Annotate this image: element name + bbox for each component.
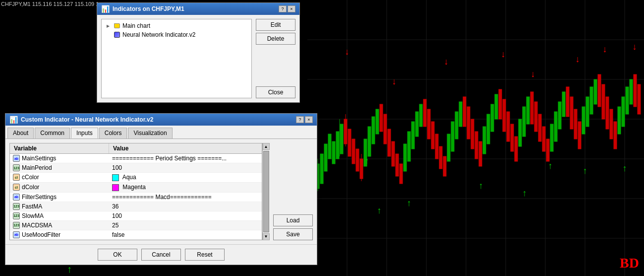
- table-row[interactable]: 123 SlowMA 100: [10, 211, 262, 221]
- table-row[interactable]: cl cColor Aqua: [10, 173, 262, 183]
- val-cell[interactable]: 36: [109, 202, 262, 211]
- custom-help-button[interactable]: ?: [296, 116, 304, 123]
- svg-rect-82: [578, 122, 581, 149]
- scroll-down-button[interactable]: ▼: [263, 233, 270, 240]
- svg-text:↑: ↑: [365, 156, 369, 166]
- svg-rect-46: [435, 134, 438, 159]
- svg-rect-17: [320, 154, 323, 184]
- scroll-up-button[interactable]: ▲: [263, 143, 270, 150]
- table-wrapper: Variable Value ab MainSettings =========…: [9, 143, 269, 240]
- svg-rect-20: [332, 141, 335, 164]
- save-button[interactable]: Save: [273, 228, 313, 240]
- indicators-help-button[interactable]: ?: [279, 5, 287, 12]
- table-row[interactable]: ab UseMoodFilter false: [10, 230, 262, 240]
- svg-rect-84: [586, 97, 589, 127]
- svg-rect-66: [515, 137, 518, 161]
- indicators-close-x-button[interactable]: ×: [288, 5, 295, 12]
- svg-text:↑: ↑: [523, 188, 527, 198]
- close-button[interactable]: Close: [256, 86, 295, 98]
- custom-indicator-titlebar: 📊 Custom Indicator - Neural Network Indi…: [5, 114, 317, 126]
- tabs-row: About Common Inputs Colors Visualization: [5, 126, 317, 139]
- reset-button[interactable]: Reset: [185, 249, 225, 261]
- svg-rect-25: [352, 139, 355, 164]
- load-button[interactable]: Load: [273, 214, 313, 226]
- svg-rect-78: [562, 92, 565, 117]
- val-cell[interactable]: 25: [109, 221, 262, 230]
- svg-rect-70: [530, 92, 533, 124]
- table-row[interactable]: 123 FastMA 36: [10, 202, 262, 211]
- svg-rect-62: [499, 89, 502, 119]
- bottom-buttons-row: OK Cancel Reset: [5, 244, 317, 265]
- table-row[interactable]: 123 MainPeriod 100: [10, 163, 262, 173]
- svg-rect-92: [618, 107, 621, 134]
- tab-colors[interactable]: Colors: [99, 128, 127, 138]
- watermark: BD: [620, 255, 639, 271]
- val-cell[interactable]: 100: [109, 163, 262, 172]
- tab-common[interactable]: Common: [35, 128, 70, 138]
- indicator-tree: ▶ Main chart Neural Network Indicator.v2: [101, 19, 252, 98]
- tab-inputs[interactable]: Inputs: [71, 128, 98, 138]
- val-cell[interactable]: ============ Macd============: [109, 193, 262, 202]
- val-cell[interactable]: false: [109, 230, 262, 239]
- svg-rect-29: [368, 127, 371, 156]
- ok-button[interactable]: OK: [98, 249, 137, 261]
- table-body: ab MainSettings ============ Period Sett…: [10, 154, 262, 240]
- val-cell[interactable]: Aqua: [109, 173, 262, 182]
- table-scrollbar[interactable]: ▲ ▼: [262, 143, 269, 240]
- edit-button[interactable]: Edit: [256, 19, 295, 31]
- tree-main-chart[interactable]: ▶ Main chart: [104, 21, 249, 30]
- svg-text:↓: ↓: [444, 57, 449, 67]
- svg-rect-71: [534, 102, 537, 132]
- var-cell: cl cColor: [10, 173, 109, 182]
- var-cell: 123 SlowMA: [10, 211, 109, 220]
- cancel-button[interactable]: Cancel: [141, 249, 181, 261]
- indicators-dialog-buttons: Edit Delete Close: [256, 19, 295, 98]
- table-row[interactable]: ab MainSettings ============ Period Sett…: [10, 154, 262, 163]
- bottom-signal-arrow: ↑: [67, 264, 72, 275]
- val-cell[interactable]: 100: [109, 211, 262, 220]
- table-row[interactable]: cl dColor Magenta: [10, 183, 262, 193]
- svg-rect-18: [324, 144, 327, 171]
- svg-rect-87: [598, 74, 601, 107]
- scroll-thumb[interactable]: [263, 151, 269, 232]
- svg-rect-44: [427, 109, 430, 139]
- tree-indicator-item[interactable]: Neural Network Indicator.v2: [104, 30, 249, 39]
- svg-rect-52: [459, 102, 462, 127]
- svg-rect-49: [447, 134, 450, 161]
- expand-icon: ▶: [105, 22, 112, 29]
- svg-rect-41: [415, 112, 418, 137]
- tab-visualization[interactable]: Visualization: [128, 128, 172, 138]
- indicators-dialog-titlebar: 📊 Indicators on CHFJPY,M1 ? ×: [97, 3, 299, 15]
- chart-info-text: CHFJPY,M1 115.116 115.127 115.109 1: [1, 1, 99, 7]
- svg-rect-34: [388, 129, 391, 156]
- svg-rect-39: [408, 132, 410, 161]
- svg-rect-68: [523, 107, 526, 137]
- svg-rect-32: [380, 104, 383, 132]
- table-row[interactable]: ab FilterSettings ============ Macd=====…: [10, 193, 262, 202]
- svg-text:↑: ↑: [548, 161, 553, 171]
- svg-rect-51: [455, 112, 458, 139]
- svg-text:↓: ↓: [501, 49, 506, 59]
- svg-text:↑: ↑: [407, 198, 411, 208]
- svg-rect-37: [400, 164, 403, 184]
- row-type-icon: 123: [13, 212, 20, 219]
- svg-text:↑: ↑: [377, 206, 382, 215]
- svg-rect-21: [336, 132, 339, 159]
- delete-button[interactable]: Delete: [256, 33, 295, 45]
- tab-about[interactable]: About: [7, 128, 34, 138]
- var-cell: 123 MACDSMA: [10, 221, 109, 230]
- svg-rect-56: [475, 132, 478, 159]
- row-type-icon: ab: [13, 155, 20, 162]
- folder-icon: [114, 22, 120, 29]
- row-type-icon: 123: [13, 203, 20, 210]
- svg-rect-59: [487, 114, 490, 144]
- val-cell[interactable]: Magenta: [109, 183, 262, 192]
- svg-rect-77: [558, 102, 561, 129]
- svg-rect-69: [527, 97, 529, 124]
- inputs-table: Variable Value ab MainSettings =========…: [9, 143, 262, 240]
- table-row[interactable]: 123 MACDSMA 25: [10, 221, 262, 230]
- custom-close-x-button[interactable]: ×: [305, 116, 313, 123]
- svg-rect-19: [328, 134, 331, 159]
- val-cell[interactable]: ============ Period Settings =======...: [109, 154, 262, 163]
- col-variable-header: Variable: [10, 143, 109, 153]
